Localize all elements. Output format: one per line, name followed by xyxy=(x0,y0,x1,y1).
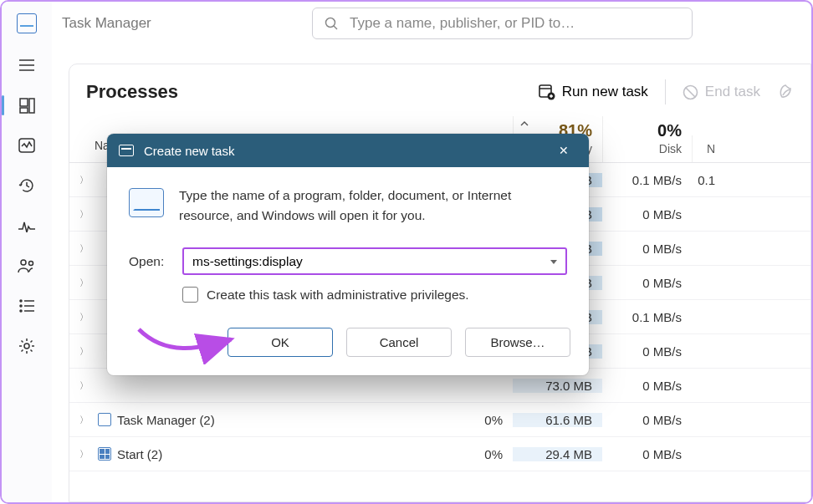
create-new-task-dialog: Create new task ✕ Type the name of a pro… xyxy=(107,134,589,375)
cell-memory: 61.6 MB xyxy=(513,413,602,427)
svg-point-9 xyxy=(24,344,29,349)
dialog-description: Type the name of a program, folder, docu… xyxy=(179,186,567,226)
cell-memory: 29.4 MB xyxy=(513,447,602,461)
expand-icon[interactable]: 〉 xyxy=(69,174,98,186)
nav-performance[interactable] xyxy=(2,125,52,165)
cell-disk: 0 MB/s xyxy=(602,379,692,393)
cell-disk: 0 MB/s xyxy=(602,447,692,461)
expand-icon[interactable]: 〉 xyxy=(69,448,98,461)
nav-users[interactable] xyxy=(2,246,52,286)
dialog-titlebar[interactable]: Create new task ✕ xyxy=(107,134,589,167)
svg-point-4 xyxy=(21,260,26,265)
expand-icon[interactable]: 〉 xyxy=(69,414,98,426)
cell-disk: 0 MB/s xyxy=(602,413,692,427)
page-title: Processes xyxy=(86,81,178,103)
open-label: Open: xyxy=(129,254,167,269)
svg-rect-2 xyxy=(29,99,34,113)
annotation-arrow xyxy=(132,324,241,364)
nav-settings[interactable] xyxy=(2,326,52,366)
leaf-icon xyxy=(777,84,794,100)
cell-disk: 0 MB/s xyxy=(602,276,692,290)
nav-details[interactable] xyxy=(2,286,52,326)
process-name: Start (2) xyxy=(98,447,423,461)
run-new-task-button[interactable]: Run new task xyxy=(539,84,648,100)
svg-point-8 xyxy=(20,310,22,312)
start-icon xyxy=(98,447,111,461)
search-icon xyxy=(325,17,338,30)
expand-icon[interactable]: 〉 xyxy=(69,311,98,323)
nav-startup[interactable] xyxy=(2,206,52,246)
col-disk[interactable]: 0%Disk xyxy=(602,116,692,162)
svg-point-7 xyxy=(20,305,22,307)
expand-icon[interactable]: 〉 xyxy=(69,379,98,392)
expand-icon[interactable]: 〉 xyxy=(69,242,98,255)
cell-disk: 0 MB/s xyxy=(602,207,692,221)
expand-icon[interactable]: 〉 xyxy=(69,277,98,289)
task-monitor-icon xyxy=(129,188,164,217)
left-rail xyxy=(2,2,52,502)
ok-button[interactable]: OK xyxy=(228,328,333,357)
browse-button[interactable]: Browse… xyxy=(465,328,570,357)
cell-disk: 0.1 MB/s xyxy=(602,310,692,324)
search-input[interactable]: Type a name, publisher, or PID to… xyxy=(312,8,693,39)
nav-history[interactable] xyxy=(2,165,52,206)
expand-icon[interactable]: 〉 xyxy=(69,345,98,358)
svg-point-5 xyxy=(29,262,33,266)
task-manager-icon xyxy=(98,413,111,426)
app-title: Task Manager xyxy=(62,15,151,32)
cell-cpu: 0% xyxy=(423,413,513,427)
svg-point-10 xyxy=(326,18,335,28)
nav-processes[interactable] xyxy=(2,85,52,125)
cell-disk: 0 MB/s xyxy=(602,242,692,256)
expand-icon[interactable]: 〉 xyxy=(69,208,98,221)
dialog-title: Create new task xyxy=(144,144,234,158)
table-row[interactable]: 〉Start (2)0%29.4 MB0 MB/s xyxy=(69,437,810,471)
cell-network: 0.1 xyxy=(692,173,725,187)
open-combobox[interactable]: ms-settings:display xyxy=(182,247,567,275)
cell-disk: 0.1 MB/s xyxy=(602,173,692,187)
svg-rect-3 xyxy=(19,139,34,152)
cell-disk: 0 MB/s xyxy=(602,344,692,359)
cell-memory: 73.0 MB xyxy=(513,379,602,393)
cancel-button[interactable]: Cancel xyxy=(346,328,452,357)
admin-label: Create this task with administrative pri… xyxy=(207,288,469,303)
efficiency-button[interactable] xyxy=(777,84,794,100)
svg-rect-1 xyxy=(20,108,28,113)
hamburger-icon[interactable] xyxy=(2,45,52,85)
close-icon[interactable]: ✕ xyxy=(550,144,577,157)
admin-checkbox[interactable] xyxy=(182,287,198,303)
col-network[interactable]: N xyxy=(692,135,725,162)
run-task-icon xyxy=(539,84,555,100)
process-name: Task Manager (2) xyxy=(98,413,423,427)
end-task-button[interactable]: End task xyxy=(683,84,760,100)
svg-rect-0 xyxy=(20,99,28,106)
app-logo xyxy=(2,2,52,45)
table-row[interactable]: 〉Task Manager (2)0%61.6 MB0 MB/s xyxy=(69,403,810,437)
end-task-icon xyxy=(683,84,698,100)
sort-icon xyxy=(520,121,529,126)
svg-point-6 xyxy=(20,300,22,302)
cell-cpu: 0% xyxy=(423,447,513,461)
topbar: Task Manager Type a name, publisher, or … xyxy=(52,2,811,45)
run-dialog-icon xyxy=(119,145,134,156)
